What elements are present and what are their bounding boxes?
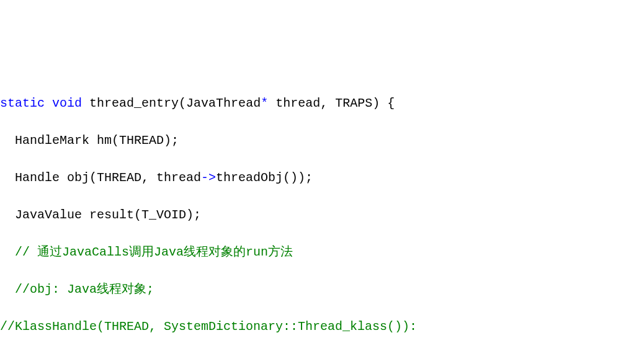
- pointer-star: *: [261, 96, 268, 110]
- code-line-4: JavaValue result(T_VOID);: [0, 206, 644, 225]
- comma: ,: [320, 96, 328, 110]
- paren: (: [179, 96, 186, 110]
- code-line-7: //KlassHandle(THREAD, SystemDictionary::…: [0, 318, 644, 336]
- type-name: JavaThread: [186, 96, 261, 110]
- paren: ): [372, 96, 380, 110]
- code-text: JavaValue result(T_VOID);: [0, 208, 201, 222]
- brace: {: [387, 96, 395, 110]
- code-line-3: Handle obj(THREAD, thread->threadObj());: [0, 169, 644, 187]
- arrow-operator: ->: [201, 171, 216, 185]
- comment-text: //KlassHandle(THREAD, SystemDictionary::…: [0, 319, 417, 334]
- comment-text: //obj: Java线程对象;: [0, 282, 154, 296]
- code-line-2: HandleMark hm(THREAD);: [0, 131, 644, 150]
- comment-text: // 通过JavaCalls调用Java线程对象的run方法: [0, 245, 293, 259]
- param-name: thread: [275, 96, 320, 110]
- function-name: thread_entry: [89, 96, 179, 110]
- code-text: HandleMark hm(THREAD);: [0, 133, 179, 148]
- code-line-6: //obj: Java线程对象;: [0, 280, 644, 299]
- code-text: threadObj());: [216, 171, 313, 185]
- keyword-void: void: [52, 96, 82, 110]
- code-line-1: static void thread_entry(JavaThread* thr…: [0, 94, 644, 113]
- keyword-static: static: [0, 96, 45, 110]
- code-line-5: // 通过JavaCalls调用Java线程对象的run方法: [0, 243, 644, 262]
- code-editor[interactable]: static void thread_entry(JavaThread* thr…: [0, 74, 644, 338]
- code-text: Handle obj(THREAD, thread: [0, 171, 201, 185]
- param-name: TRAPS: [335, 96, 372, 110]
